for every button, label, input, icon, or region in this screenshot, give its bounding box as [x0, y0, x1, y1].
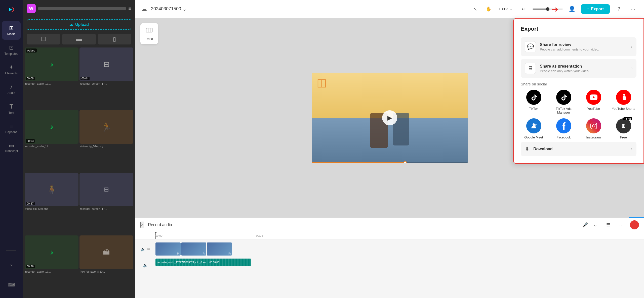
audio-icon: ♪: [10, 84, 13, 90]
format-tab-portrait[interactable]: ☐: [27, 34, 60, 44]
list-item: ⊟ recorder_screen_17...: [79, 173, 133, 234]
sidebar-item-media[interactable]: ⊞ Media: [2, 21, 21, 40]
google-meet-icon: [526, 118, 541, 133]
share-as-presentation-option[interactable]: 🖥 Share as presentation People can only …: [521, 59, 636, 78]
media-filename: recorder_screen_17...: [79, 81, 133, 86]
social-item-youtube-shorts[interactable]: YouTube Shorts: [611, 90, 636, 114]
thumb-duration: 00:03: [26, 139, 35, 143]
timeline-tracks: 🔈 ✏ Pr Pr Pr: [135, 239, 644, 298]
sidebar-item-label: Templates: [5, 52, 18, 56]
social-item-google-meet[interactable]: Google Meet: [521, 118, 547, 139]
record-label: Record audio: [148, 223, 577, 227]
media-thumb-1[interactable]: ♪ Added 00:08: [25, 47, 78, 81]
ratio-icon: [146, 27, 153, 35]
format-tab-square[interactable]: ▯: [98, 34, 131, 44]
svg-point-3: [535, 124, 537, 126]
nav-sidebar: ⊞ Media ⊡ Templates ✦ Elements ♪ Audio T…: [0, 0, 23, 298]
export-button[interactable]: ↑ Export: [581, 4, 610, 14]
media-thumb-8[interactable]: 🏔: [79, 235, 133, 269]
download-option[interactable]: ⬇ Download ›: [521, 142, 636, 156]
tiktok-icon: [526, 90, 541, 105]
share-presentation-text: Share as presentation People can only wa…: [540, 64, 627, 73]
landscape-icon: ▬: [76, 36, 82, 42]
thumb-duration: 00:04: [80, 77, 90, 80]
media-panel-header: W ≡: [23, 0, 135, 17]
help-button[interactable]: ?: [614, 4, 624, 14]
sidebar-item-text[interactable]: T Text: [2, 100, 21, 118]
format-tab-landscape[interactable]: ▬: [62, 34, 96, 44]
microphone-button[interactable]: 🎤: [581, 220, 590, 229]
transcript-icon: ⟺: [9, 143, 14, 148]
sidebar-item-expand[interactable]: ⌄: [2, 255, 21, 273]
video-clip-2[interactable]: Pr: [181, 242, 206, 256]
video-clip-3[interactable]: Pr: [207, 242, 232, 256]
video-clips: Pr Pr Pr: [155, 242, 644, 256]
media-filename: recorder_screen_17...: [79, 206, 133, 211]
media-filename: video clip_544.png: [79, 144, 133, 149]
sidebar-item-elements[interactable]: ✦ Elements: [2, 60, 21, 79]
media-thumb-3[interactable]: ♪ 00:03: [25, 110, 78, 144]
add-collaborator-button[interactable]: 👤: [567, 4, 577, 14]
sidebar-item-transcript[interactable]: ⟺ Transcript: [2, 139, 21, 157]
social-item-facebook[interactable]: Facebook: [551, 118, 577, 139]
sidebar-item-audio[interactable]: ♪ Audio: [2, 80, 21, 98]
volume-icon[interactable]: 🔈: [143, 263, 148, 268]
social-item-tiktok[interactable]: TikTok: [521, 90, 547, 114]
media-thumb-4[interactable]: 🏃: [79, 110, 133, 144]
toolbar-tools: ↖ ✋ 100% ⌄: [470, 4, 514, 14]
edit-icon[interactable]: ✏: [147, 247, 150, 252]
audio-clip[interactable]: recorder_audio_1709795865874_clip_0.aac …: [155, 259, 251, 266]
share-for-review-option[interactable]: 💬 Share for review People can add commen…: [521, 37, 636, 56]
upload-button[interactable]: ☁ Upload: [27, 19, 131, 30]
select-tool-button[interactable]: ↖: [470, 4, 480, 14]
media-grid: ♪ Added 00:08 recorder_audio_17... ⊟ 00:…: [23, 46, 135, 298]
play-button[interactable]: ▶: [382, 110, 397, 125]
upload-icon: ☁: [69, 22, 73, 27]
social-item-free[interactable]: 🗓 ● Free Free: [611, 118, 636, 139]
ratio-button[interactable]: Ratio: [140, 23, 158, 44]
more-record-options-button[interactable]: ⋯: [617, 220, 626, 229]
volume-icon[interactable]: 🔈: [141, 247, 146, 252]
media-thumb-5[interactable]: 🧍 00:37: [25, 173, 78, 207]
chevron-right-icon: ›: [631, 44, 632, 49]
list-item: ♪ Added 00:08 recorder_audio_17...: [25, 47, 78, 109]
table-row: 🔈 recorder_audio_1709795865874_clip_0.aa…: [135, 258, 644, 273]
captions-button[interactable]: ☰: [604, 220, 613, 229]
social-item-instagram[interactable]: Instagram: [581, 118, 607, 139]
social-item-youtube[interactable]: YouTube: [581, 90, 607, 114]
menu-icon[interactable]: ≡: [128, 6, 131, 12]
zoom-display[interactable]: 100% ⌄: [497, 6, 514, 12]
media-panel: W ≡ ☁ Upload ☐ ▬ ▯ ♪ Added 00:08 recorde…: [23, 0, 135, 298]
hand-tool-button[interactable]: ✋: [484, 4, 494, 14]
sidebar-item-templates[interactable]: ⊡ Templates: [2, 41, 21, 59]
media-icon: ⊞: [9, 25, 14, 31]
video-clip-1[interactable]: Pr: [155, 242, 181, 256]
close-record-button[interactable]: ×: [140, 222, 144, 228]
keyboard-icon: ⌨: [8, 282, 15, 288]
free-app-icon: 🗓: [616, 118, 631, 133]
media-thumb-7[interactable]: ♪ 00:36: [25, 235, 78, 269]
facebook-icon: [556, 118, 571, 133]
share-presentation-title: Share as presentation: [540, 64, 627, 69]
record-status-dot: [630, 220, 639, 229]
portrait-icon: ☐: [41, 36, 46, 42]
sidebar-item-keyboard[interactable]: ⌨: [2, 275, 21, 294]
sidebar-item-label: Media: [7, 32, 16, 36]
video-progress-bar[interactable]: [312, 162, 468, 163]
sidebar-item-label: Audio: [8, 91, 15, 95]
media-thumb-2[interactable]: ⊟ 00:04: [79, 47, 133, 81]
social-item-tiktok-ads[interactable]: TikTok Ads Manager: [551, 90, 577, 114]
captions-icon: ≡: [10, 123, 13, 129]
instagram-icon: [586, 118, 601, 133]
sidebar-item-captions[interactable]: ≡ Captions: [2, 119, 21, 138]
list-item: 🏃 video clip_544.png: [79, 110, 133, 172]
media-filename: recorder_audio_17...: [25, 144, 78, 149]
more-options-button[interactable]: ⋯: [628, 4, 638, 14]
project-id[interactable]: 202403071500 ⌄: [151, 6, 186, 12]
undo-button[interactable]: ↩: [518, 4, 529, 14]
table-row: 🔈 ✏ Pr Pr Pr: [135, 241, 644, 257]
sidebar-item-label: Transcript: [5, 149, 18, 153]
media-thumb-6[interactable]: ⊟: [79, 173, 133, 207]
mic-dropdown-button[interactable]: ⌄: [591, 220, 600, 229]
share-presentation-desc: People can only watch your video.: [540, 69, 627, 73]
